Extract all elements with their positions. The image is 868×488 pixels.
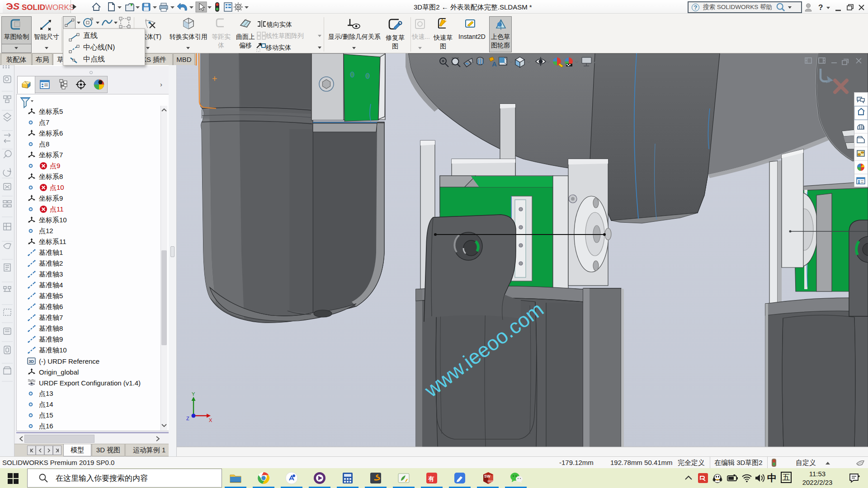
svg-text:X: X: [209, 418, 212, 423]
svg-text:?: ?: [818, 3, 823, 12]
svg-text:2019: 2019: [487, 480, 494, 483]
svg-text:有: 有: [428, 475, 434, 482]
svg-text:SW: SW: [484, 474, 491, 479]
svg-text:A: A: [492, 60, 497, 68]
svg-text:Y: Y: [192, 391, 195, 397]
svg-text:3D: 3D: [29, 359, 34, 364]
svg-text:Z: Z: [186, 416, 189, 421]
